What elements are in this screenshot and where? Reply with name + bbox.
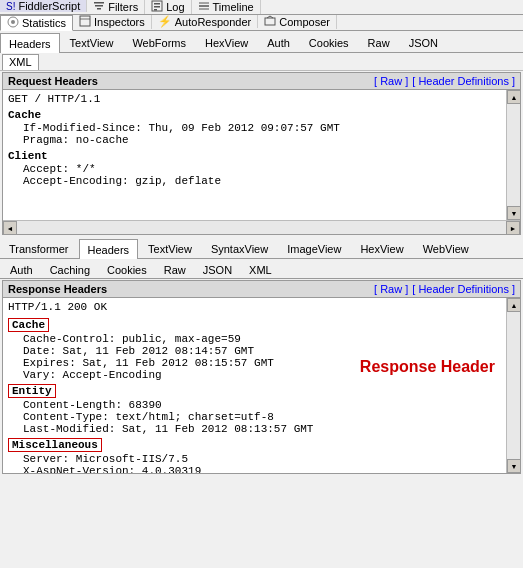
inspectors-label: Inspectors xyxy=(94,16,145,28)
fiddlescript-tab[interactable]: S! FiddlerScript xyxy=(0,0,87,12)
log-icon xyxy=(151,0,163,14)
client-group-label: Client xyxy=(8,150,505,162)
log-label: Log xyxy=(166,1,184,13)
statistics-icon xyxy=(7,16,19,30)
resp-misc-entry-2: X-AspNet-Version: 4.0.30319 xyxy=(8,465,505,473)
tab-response-hexview[interactable]: HexView xyxy=(351,238,412,258)
client-entry-1: Accept: */* xyxy=(8,163,505,175)
request-header-defs-link[interactable]: [ Header Definitions ] xyxy=(412,75,515,87)
response-group-misc: Miscellaneous Server: Microsoft-IIS/7.5 … xyxy=(8,435,505,473)
resp-scroll-up-btn[interactable]: ▲ xyxy=(507,298,521,312)
filter-icon xyxy=(93,0,105,14)
request-group-cache: Cache If-Modified-Since: Thu, 09 Feb 201… xyxy=(8,109,505,146)
autoresponder-tab[interactable]: ⚡ AutoResponder xyxy=(152,15,258,28)
timeline-icon xyxy=(198,0,210,14)
resp-entity-entry-2: Content-Type: text/html; charset=utf-8 xyxy=(8,411,505,423)
response-headers-title: Response Headers xyxy=(8,283,107,295)
composer-tab[interactable]: Composer xyxy=(258,15,337,29)
inspectors-tab[interactable]: Inspectors xyxy=(73,15,152,29)
resp-cache-entry-2: Date: Sat, 11 Feb 2012 08:14:57 GMT xyxy=(8,345,505,357)
request-xml-tab-row: XML xyxy=(0,53,523,71)
tab-syntaxview[interactable]: SyntaxView xyxy=(202,238,277,258)
svg-point-11 xyxy=(11,20,15,24)
tab-hexview[interactable]: HexView xyxy=(196,32,257,52)
fiddlescript-label: FiddlerScript xyxy=(18,0,80,12)
inspectors-icon xyxy=(79,15,91,29)
tab-resp-xml[interactable]: XML xyxy=(241,260,280,278)
tab-resp-caching[interactable]: Caching xyxy=(42,260,98,278)
svg-rect-4 xyxy=(154,3,160,5)
request-tab-row: Headers TextView WebForms HexView Auth C… xyxy=(0,31,523,53)
log-tab[interactable]: Log xyxy=(145,0,191,14)
autoresponder-icon: ⚡ xyxy=(158,15,172,28)
request-vscrollbar[interactable]: ▲ ▼ xyxy=(506,90,520,220)
composer-icon xyxy=(264,15,276,29)
cache-group-label: Cache xyxy=(8,109,505,121)
tab-headers[interactable]: Headers xyxy=(0,33,60,53)
statistics-tab[interactable]: Statistics xyxy=(0,15,73,31)
cache-entry-2: Pragma: no-cache xyxy=(8,134,505,146)
response-sub-tab-row: Auth Caching Cookies Raw JSON XML xyxy=(0,259,523,279)
scroll-left-btn[interactable]: ◄ xyxy=(3,221,17,235)
response-headers-section: Response Headers [ Raw ] [ Header Defini… xyxy=(2,280,521,474)
request-headers-section: Request Headers [ Raw ] [ Header Definit… xyxy=(2,72,521,235)
tab-json[interactable]: JSON xyxy=(400,32,447,52)
request-headers-header: Request Headers [ Raw ] [ Header Definit… xyxy=(3,73,520,90)
tab-textview[interactable]: TextView xyxy=(61,32,123,52)
timeline-tab[interactable]: Timeline xyxy=(192,0,261,14)
scroll-up-btn[interactable]: ▲ xyxy=(507,90,521,104)
tab-response-headers[interactable]: Headers xyxy=(79,239,139,259)
tab-webview[interactable]: WebView xyxy=(414,238,478,258)
cache-entry-1: If-Modified-Since: Thu, 09 Feb 2012 09:0… xyxy=(8,122,505,134)
tab-response-textview[interactable]: TextView xyxy=(139,238,201,258)
response-group-entity: Entity Content-Length: 68390 Content-Typ… xyxy=(8,381,505,435)
request-raw-link[interactable]: [ Raw ] xyxy=(374,75,408,87)
entity-group-box: Entity xyxy=(8,384,56,398)
client-entry-2: Accept-Encoding: gzip, deflate xyxy=(8,175,505,187)
resp-entity-entry-3: Last-Modified: Sat, 11 Feb 2012 08:13:57… xyxy=(8,423,505,435)
response-vscrollbar[interactable]: ▲ ▼ xyxy=(506,298,520,473)
response-header-label: Response Header xyxy=(360,358,495,376)
request-group-client: Client Accept: */* Accept-Encoding: gzip… xyxy=(8,150,505,187)
tab-resp-json[interactable]: JSON xyxy=(195,260,240,278)
resp-scroll-down-btn[interactable]: ▼ xyxy=(507,459,521,473)
response-content-wrapper: HTTP/1.1 200 OK Cache Cache-Control: pub… xyxy=(3,298,520,473)
svg-rect-1 xyxy=(95,5,103,7)
response-content: HTTP/1.1 200 OK Cache Cache-Control: pub… xyxy=(3,298,520,473)
hscroll-track xyxy=(17,221,506,234)
svg-rect-12 xyxy=(80,16,90,26)
response-headers-header: Response Headers [ Raw ] [ Header Defini… xyxy=(3,281,520,298)
scroll-right-btn[interactable]: ► xyxy=(506,221,520,235)
tab-imageview[interactable]: ImageView xyxy=(278,238,350,258)
tab-resp-cookies[interactable]: Cookies xyxy=(99,260,155,278)
scroll-down-btn[interactable]: ▼ xyxy=(507,206,521,220)
svg-rect-14 xyxy=(265,18,275,25)
request-hscrollbar[interactable]: ◄ ► xyxy=(3,220,520,234)
tab-auth[interactable]: Auth xyxy=(258,32,299,52)
response-tab-row: Transformer Headers TextView SyntaxView … xyxy=(0,237,523,259)
tab-transformer[interactable]: Transformer xyxy=(0,238,78,258)
response-raw-link[interactable]: [ Raw ] xyxy=(374,283,408,295)
tab-resp-raw[interactable]: Raw xyxy=(156,260,194,278)
request-content: GET / HTTP/1.1 Cache If-Modified-Since: … xyxy=(3,90,520,220)
tab-xml-request[interactable]: XML xyxy=(2,54,39,70)
scroll-track xyxy=(507,104,520,206)
svg-rect-6 xyxy=(154,9,157,11)
tab-raw[interactable]: Raw xyxy=(359,32,399,52)
autoresponder-label: AutoResponder xyxy=(175,16,251,28)
request-headers-title: Request Headers xyxy=(8,75,98,87)
tab-webforms[interactable]: WebForms xyxy=(123,32,195,52)
request-header-links: [ Raw ] [ Header Definitions ] xyxy=(374,75,515,87)
script-icon: S! xyxy=(6,1,15,12)
filters-tab[interactable]: Filters xyxy=(87,0,145,14)
tab-cookies[interactable]: Cookies xyxy=(300,32,358,52)
request-content-wrapper: GET / HTTP/1.1 Cache If-Modified-Since: … xyxy=(3,90,520,220)
resp-scroll-track xyxy=(507,312,520,459)
toolbar-row-1: S! FiddlerScript Filters Log Timeline xyxy=(0,0,523,15)
tab-resp-auth[interactable]: Auth xyxy=(2,260,41,278)
cache-group-box: Cache xyxy=(8,318,49,332)
resp-entity-entry-1: Content-Length: 68390 xyxy=(8,399,505,411)
response-header-defs-link[interactable]: [ Header Definitions ] xyxy=(412,283,515,295)
resp-cache-entry-1: Cache-Control: public, max-age=59 xyxy=(8,333,505,345)
filters-label: Filters xyxy=(108,1,138,13)
